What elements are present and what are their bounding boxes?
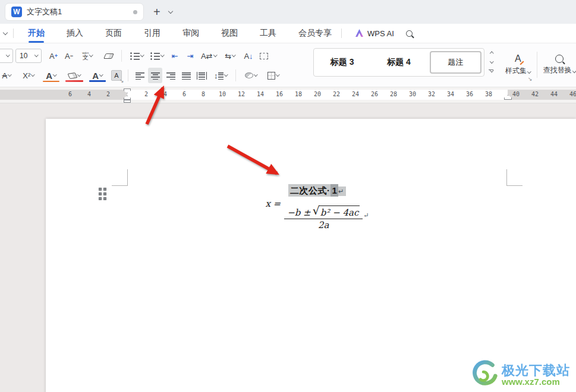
font-size-select[interactable]: 10 [15,49,42,63]
styles-gallery-scroll [486,48,496,77]
search-icon[interactable] [406,30,413,37]
borders-button[interactable] [263,68,284,83]
ruler-number: 6 [61,91,80,97]
ruler-number: 4 [156,91,175,97]
paragraph-drag-handle[interactable] [99,188,106,200]
left-indent-marker[interactable] [124,100,131,103]
align-right-button[interactable] [163,68,178,83]
justify-icon [182,72,191,80]
wrap-text-button[interactable]: ⇆ [220,48,240,64]
new-tab-button[interactable]: + [153,6,160,18]
margin-corner-top-left [112,169,128,186]
distribute-icon [197,72,207,80]
decrease-font-button[interactable]: A − [62,48,76,64]
watermark-site-name: 极光下载站 [502,363,570,377]
font-color-bar [89,80,106,82]
shading-button[interactable] [240,68,262,83]
ruler-right-numbers: 40424446 [506,91,576,97]
ruler-number: 36 [460,91,479,97]
superscript-button[interactable]: X² [18,68,39,83]
caption-number-field: 1 [331,184,338,197]
align-left-button[interactable] [133,68,147,83]
formula-sqrt: √b² − 4ac [313,206,360,218]
ruler-number: 4 [80,91,99,97]
ruler-number: 2 [137,91,156,97]
line-spacing-button[interactable]: ↕ [210,68,231,83]
menu-tab-review[interactable]: 审阅 [181,24,200,42]
grid-icon [260,53,268,59]
menu-tab-member[interactable]: 会员专享 [297,24,333,42]
justify-button[interactable] [179,68,193,83]
highlight-button[interactable] [63,68,86,83]
paragraph-mark: ↵ [338,186,346,196]
quick-access-chevron-icon[interactable] [3,30,8,34]
decrease-indent-button[interactable]: ⇤ [168,48,182,64]
text-effects-button[interactable]: A [40,68,62,83]
text-adjust-icon: A⇄ [201,52,213,60]
ruler-number: 2 [99,91,118,97]
formula-radicand: b² − 4ac [319,206,360,218]
ruler-number: 24 [346,91,365,97]
font-name-select[interactable] [0,49,13,63]
ruler-number: 10 [213,91,232,97]
menu-tab-insert[interactable]: 插入 [65,24,84,42]
align-right-icon [166,72,175,80]
style-caption-selected[interactable]: 题注 [427,49,484,76]
formula-numerator-prefix: −b ± [287,207,311,218]
style-heading4[interactable]: 标题 4 [370,49,427,76]
menu-items: 开始 插入 页面 引用 审阅 视图 工具 会员专享 [27,24,333,42]
ruler-number: 20 [308,91,327,97]
styles-scroll-down-button[interactable] [486,58,496,67]
watermark-site-url: www.xz7.com [502,377,570,387]
watermark-logo-icon [470,360,499,390]
menu-tab-view[interactable]: 视图 [220,24,239,42]
align-center-button[interactable] [148,68,162,83]
font-color-button[interactable]: A [87,68,108,83]
paragraph-layout-button[interactable] [257,48,271,64]
distribute-button[interactable] [194,68,209,83]
pinyin-guide-button[interactable]: wén 文 [77,48,97,64]
document-workspace: 二次公式·1↵ x =−b ±√b² − 4ac2a↵ [0,103,576,392]
document-tab[interactable]: W 文字文稿1 [5,3,144,21]
style-set-icon: A [515,54,521,64]
sort-button[interactable]: A ↓ [241,48,256,64]
wps-ai-button[interactable]: WPS AI [355,29,394,38]
font-dialog-launcher-icon[interactable]: ↘ [119,78,124,84]
increase-indent-button[interactable]: ⇥ [183,48,197,64]
text-adjust-button[interactable]: A⇄ [199,48,219,64]
menu-tab-page[interactable]: 页面 [104,24,123,42]
numbered-list-button[interactable] [147,48,166,64]
styles-more-button[interactable] [486,67,496,77]
pinyin-chevron-icon[interactable] [89,53,93,56]
ruler-number: 18 [289,91,308,97]
menu-tab-references[interactable]: 引用 [143,24,162,42]
bullet-list-button[interactable] [127,48,146,64]
tab-list-chevron-icon[interactable] [168,8,172,13]
ruler-number: 12 [232,91,251,97]
ruler-number: 38 [479,91,498,97]
clear-format-button[interactable] [102,48,116,64]
ruler-number: 6 [175,91,194,97]
strikethrough-button[interactable]: A [0,68,17,83]
align-center-icon [151,72,160,80]
strikethrough-icon: A [2,72,7,80]
highlight-color-bar [65,80,83,82]
find-replace-button[interactable]: 查找替换 [539,48,576,81]
ruler-left-numbers: 642 [61,91,118,97]
menu-tab-tools[interactable]: 工具 [259,24,278,42]
wps-ai-logo-icon [355,29,364,37]
style-heading3[interactable]: 标题 3 [314,49,370,76]
borders-icon [267,72,275,80]
caption-heading-text: 二次公式· [288,184,331,197]
ruler-number: 42 [525,91,544,97]
document-page[interactable]: 二次公式·1↵ x =−b ±√b² − 4ac2a↵ [46,119,576,392]
increase-font-button[interactable]: A + [46,48,61,64]
style-set-button[interactable]: A 样式集 [501,48,536,81]
numbered-list-icon [150,52,160,60]
styles-scroll-up-button[interactable] [486,48,496,58]
caption-heading-line[interactable]: 二次公式·1↵ [128,185,506,197]
formula-line[interactable]: x =−b ±√b² − 4ac2a↵ [128,198,506,230]
formula-denominator: 2a [284,219,363,230]
menu-tab-home[interactable]: 开始 [27,24,46,42]
shading-icon [245,72,253,78]
